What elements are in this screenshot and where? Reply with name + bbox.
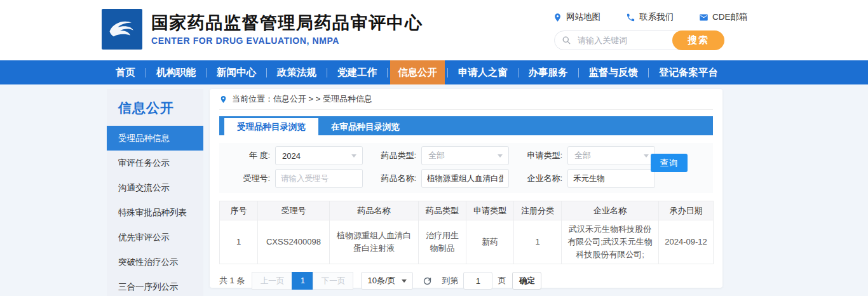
site-subtitle: CENTER FOR DRUG EVALUATION, NMPA (151, 36, 423, 46)
nav-separator (578, 68, 579, 77)
confirm-button[interactable]: 确定 (512, 272, 541, 290)
cell-seq: 1 (220, 220, 258, 264)
col-seq: 序号 (220, 201, 258, 220)
acceptance-no-input[interactable] (275, 169, 363, 188)
logo-link[interactable]: 国家药品监督管理局药品审评中心 CENTER FOR DRUG EVALUATI… (102, 9, 423, 50)
year-filter: 年 度: 2024 (228, 146, 363, 165)
sidebar-item-breakthrough-therapy[interactable]: 突破性治疗公示 (107, 250, 203, 274)
search-button[interactable]: 搜索 (672, 30, 724, 50)
quick-links: 网站地图 联系我们 CDE邮箱 (553, 11, 748, 23)
pagination: 共 1 条 上一页 1 下一页 10条/页 到第 页 确定 (219, 272, 713, 290)
nav-applicant-window[interactable]: 申请人之窗 (451, 60, 515, 84)
col-apply-type: 申请类型 (466, 201, 514, 220)
col-reg-class: 注册分类 (514, 201, 562, 220)
apply-type-label: 申请类型: (520, 150, 562, 161)
drug-name-input[interactable] (421, 169, 509, 188)
nav-info-disclosure[interactable]: 信息公开 (390, 60, 445, 84)
nav-policies[interactable]: 政策法规 (269, 60, 324, 84)
page: 国家药品监督管理局药品审评中心 CENTER FOR DRUG EVALUATI… (0, 0, 868, 296)
cell-acceptance-no: CXSS2400098 (258, 220, 330, 264)
nav-supervision[interactable]: 监督与反馈 (581, 60, 646, 84)
drug-type-label: 药品类型: (374, 150, 416, 161)
sidebar: 信息公开 受理品种信息 审评任务公示 沟通交流公示 特殊审批品种列表 优先审评公… (107, 89, 203, 296)
contact-link[interactable]: 联系我们 (626, 11, 674, 23)
tab-accepted-catalog[interactable]: 受理品种目录浏览 (224, 118, 318, 135)
nav-separator (206, 68, 207, 77)
col-acceptance-no: 受理号 (258, 201, 330, 220)
nav-services[interactable]: 办事服务 (521, 60, 576, 84)
chevron-down-icon (351, 154, 356, 158)
nav-news[interactable]: 新闻中心 (209, 60, 264, 84)
search-icon (562, 36, 571, 45)
sidebar-item-special-approval[interactable]: 特殊审批品种列表 (107, 200, 203, 225)
mail-icon (699, 13, 709, 22)
content-card: 当前位置：信息公开 > > 受理品种信息 受理品种目录浏览 在审品种目录浏览 年… (210, 89, 722, 288)
table-row: 1 CXSS2400098 植物源重组人血清白蛋白注射液 治疗用生物制品 新药 … (220, 220, 714, 264)
cell-date: 2024-09-12 (659, 220, 714, 264)
site-search: 搜索 (554, 30, 724, 50)
sidebar-item-review-tasks[interactable]: 审评任务公示 (107, 151, 203, 175)
page-size-select[interactable]: 10条/页 (361, 272, 413, 290)
sidebar-item-accepted-varieties[interactable]: 受理品种信息 (107, 126, 203, 151)
drug-type-select-value: 全部 (422, 147, 508, 165)
goto-suffix: 页 (498, 275, 506, 286)
drug-type-select[interactable]: 全部 (421, 146, 509, 165)
sidebar-item-priority-review[interactable]: 优先审评公示 (107, 225, 203, 250)
chevron-down-icon (402, 279, 407, 283)
sidebar-item-three-in-one[interactable]: 三合一序列公示 (107, 274, 203, 296)
sitemap-link[interactable]: 网站地图 (553, 11, 600, 23)
cell-drug-type: 治疗用生物制品 (419, 220, 466, 264)
mailbox-label: CDE邮箱 (712, 11, 748, 23)
nav-separator (648, 68, 649, 77)
drug-name-label: 药品名称: (374, 173, 416, 184)
acceptance-no-filter: 受理号: (228, 169, 363, 188)
prev-page-button[interactable]: 上一页 (252, 272, 292, 290)
site-titles: 国家药品监督管理局药品审评中心 CENTER FOR DRUG EVALUATI… (151, 13, 423, 46)
sidebar-title: 信息公开 (107, 89, 203, 126)
acceptance-no-label: 受理号: (228, 173, 270, 184)
site-title: 国家药品监督管理局药品审评中心 (151, 13, 423, 33)
cell-company: 武汉禾元生物科技股份有限公司;武汉禾元生物科技股份有限公司; (562, 220, 659, 264)
cde-logo-icon (102, 9, 142, 50)
location-pin-icon (219, 95, 227, 104)
nav-functions[interactable]: 机构职能 (149, 60, 203, 84)
contact-label: 联系我们 (639, 11, 674, 23)
drug-name-filter: 药品名称: (374, 169, 509, 188)
apply-type-filter: 申请类型: 全部 (520, 146, 655, 165)
col-drug-name: 药品名称 (330, 201, 419, 220)
filter-panel: 年 度: 2024 药品类型: 全部 申请类型: 全部 (219, 143, 713, 193)
nav-separator (387, 68, 388, 77)
nav-home[interactable]: 首页 (108, 60, 143, 84)
sidebar-item-communication[interactable]: 沟通交流公示 (107, 175, 203, 200)
filter-row-1: 年 度: 2024 药品类型: 全部 申请类型: 全部 (228, 146, 713, 165)
col-date: 承办日期 (659, 201, 714, 220)
cell-drug-name: 植物源重组人血清白蛋白注射液 (330, 220, 419, 264)
goto-page-input[interactable] (463, 272, 492, 290)
table-header-row: 序号 受理号 药品名称 药品类型 申请类型 注册分类 企业名称 承办日期 (220, 201, 714, 220)
nav-registration-platform[interactable]: 登记备案平台 (651, 60, 726, 84)
company-input[interactable] (567, 169, 655, 188)
cell-reg-class: 1 (514, 220, 562, 264)
apply-type-select-value: 全部 (568, 147, 654, 165)
query-button[interactable]: 查询 (651, 154, 688, 172)
results-table: 序号 受理号 药品名称 药品类型 申请类型 注册分类 企业名称 承办日期 1 C… (219, 201, 714, 264)
next-page-button[interactable]: 下一页 (313, 272, 353, 290)
mailbox-link[interactable]: CDE邮箱 (699, 11, 748, 23)
current-page-button[interactable]: 1 (292, 272, 313, 290)
nav-party[interactable]: 党建工作 (330, 60, 384, 84)
refresh-icon[interactable] (422, 276, 433, 286)
col-drug-type: 药品类型 (419, 201, 466, 220)
breadcrumb: 当前位置：信息公开 > > 受理品种信息 (219, 89, 713, 110)
main-nav: 首页 机构职能 新闻中心 政策法规 党建工作 信息公开 申请人之窗 办事服务 监… (0, 60, 868, 84)
tab-bar: 受理品种目录浏览 在审品种目录浏览 (219, 116, 713, 135)
filter-row-2: 受理号: 药品名称: 企业名称: (228, 169, 713, 188)
company-filter: 企业名称: (520, 169, 655, 188)
year-select[interactable]: 2024 (275, 146, 363, 165)
breadcrumb-text: 当前位置：信息公开 > > 受理品种信息 (232, 93, 372, 105)
tab-under-review-catalog[interactable]: 在审品种目录浏览 (318, 118, 412, 135)
nav-separator (518, 68, 519, 77)
apply-type-select[interactable]: 全部 (567, 146, 655, 165)
col-company: 企业名称 (562, 201, 659, 220)
chevron-down-icon (498, 154, 503, 158)
total-count: 共 1 条 (219, 275, 245, 286)
